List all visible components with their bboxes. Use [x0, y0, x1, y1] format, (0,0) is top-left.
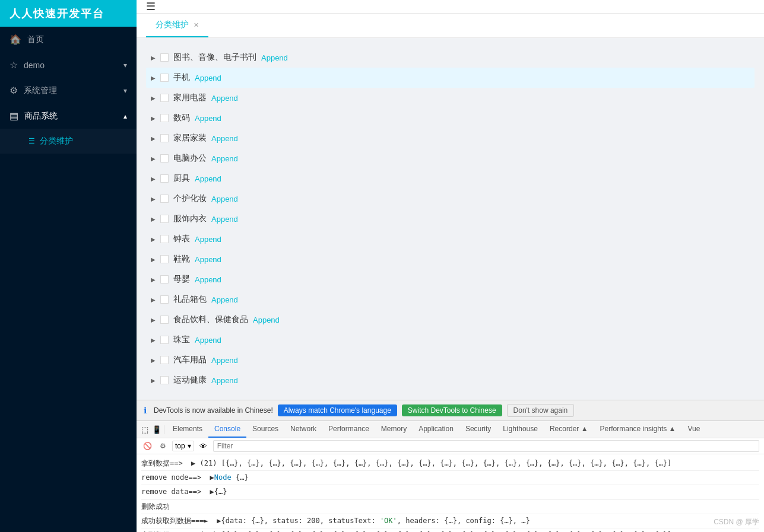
category-name: 厨具: [173, 173, 190, 184]
checkbox[interactable]: [160, 74, 169, 82]
tab-security[interactable]: Security: [459, 421, 497, 438]
expand-btn[interactable]: ▶: [148, 254, 158, 264]
context-selector[interactable]: top ▾: [172, 441, 194, 451]
append-link[interactable]: Append: [195, 275, 221, 284]
eye-btn[interactable]: 👁: [198, 440, 210, 452]
sidebar-item-goods[interactable]: ▤ 商品系统 ▴: [0, 103, 137, 129]
category-name: 鞋靴: [173, 254, 190, 265]
expand-btn[interactable]: ▶: [148, 174, 158, 183]
expand-btn[interactable]: ▶: [148, 275, 158, 284]
tab-network[interactable]: Network: [284, 421, 322, 438]
checkbox[interactable]: [160, 53, 169, 62]
append-link[interactable]: Append: [211, 94, 238, 103]
append-link[interactable]: Append: [253, 316, 280, 324]
notification-text: DevTools is now available in Chinese!: [154, 406, 273, 415]
category-item: ▶ 服饰内衣 Append: [146, 209, 755, 229]
checkbox[interactable]: [160, 255, 169, 263]
checkbox[interactable]: [160, 215, 169, 223]
checkbox[interactable]: [160, 376, 169, 384]
expand-btn[interactable]: ▶: [148, 194, 158, 203]
tab-close-btn[interactable]: ✕: [194, 21, 199, 29]
expand-btn[interactable]: ▶: [148, 355, 158, 365]
category-name: 服饰内衣: [173, 214, 207, 224]
sidebar-item-home[interactable]: 🏠 首页: [0, 27, 137, 52]
checkbox[interactable]: [160, 295, 169, 304]
checkbox[interactable]: [160, 154, 169, 163]
tab-vue[interactable]: Vue: [681, 421, 706, 438]
sidebar: 人人快速开发平台 🏠 首页 ☆ demo ▾ ⚙ 系统管理 ▾: [0, 0, 137, 532]
always-match-btn[interactable]: Always match Chrome's language: [278, 404, 397, 416]
expand-btn[interactable]: ▶: [148, 315, 158, 324]
append-link[interactable]: Append: [211, 376, 238, 385]
expand-btn[interactable]: ▶: [148, 93, 158, 103]
checkbox[interactable]: [160, 235, 169, 243]
tab-memory[interactable]: Memory: [375, 421, 413, 438]
expand-btn[interactable]: ▶: [148, 133, 158, 143]
category-list: ▶ 图书、音像、电子书刊 Append ▶ 手机 Append ▶ 家用电器 A…: [137, 38, 764, 400]
tab-performance-insights[interactable]: Performance insights ▲: [594, 421, 682, 438]
append-link[interactable]: Append: [195, 336, 221, 345]
sidebar-item-category[interactable]: ☰ 分类维护: [0, 129, 137, 154]
append-link[interactable]: Append: [211, 134, 238, 143]
checkbox[interactable]: [160, 316, 169, 324]
console-line: 成功获取到数据===► ▶{data: {…}, status: 200, st…: [141, 514, 759, 528]
expand-btn[interactable]: ▶: [148, 234, 158, 244]
expand-btn[interactable]: ▶: [148, 295, 158, 304]
top-label: top: [175, 442, 185, 450]
checkbox[interactable]: [160, 275, 169, 283]
append-link[interactable]: Append: [261, 53, 288, 62]
hamburger-btn[interactable]: ☰: [146, 0, 156, 13]
clear-console-btn[interactable]: 🚫: [141, 440, 153, 452]
checkbox[interactable]: [160, 174, 169, 183]
dont-show-again-btn[interactable]: Don't show again: [507, 404, 575, 417]
category-item: ▶ 厨具 Append: [146, 168, 755, 189]
append-link[interactable]: Append: [195, 255, 221, 264]
tab-recorder[interactable]: Recorder ▲: [544, 421, 594, 438]
checkbox[interactable]: [160, 356, 169, 364]
append-link[interactable]: Append: [195, 114, 221, 123]
append-link[interactable]: Append: [211, 195, 238, 203]
console-settings-btn[interactable]: ⚙: [157, 440, 169, 452]
sidebar-menu: 🏠 首页 ☆ demo ▾ ⚙ 系统管理 ▾ ▤ 商品系: [0, 27, 137, 532]
switch-devtools-btn[interactable]: Switch DevTools to Chinese: [402, 404, 502, 416]
expand-btn[interactable]: ▶: [148, 113, 158, 123]
append-link[interactable]: Append: [195, 235, 221, 244]
append-link[interactable]: Append: [195, 174, 221, 183]
checkbox[interactable]: [160, 134, 169, 142]
tab-console[interactable]: Console: [208, 421, 246, 438]
append-link[interactable]: Append: [211, 295, 238, 304]
sidebar-item-sysmanage[interactable]: ⚙ 系统管理 ▾: [0, 78, 137, 103]
device-icon[interactable]: 📱: [152, 425, 161, 434]
filter-input[interactable]: [213, 440, 759, 452]
append-link[interactable]: Append: [211, 154, 238, 163]
checkbox[interactable]: [160, 195, 169, 203]
append-link[interactable]: Append: [195, 74, 221, 82]
inspect-icon[interactable]: ⬚: [141, 425, 148, 434]
checkbox[interactable]: [160, 114, 169, 122]
sidebar-item-label: 商品系统: [24, 111, 123, 122]
tab-sources[interactable]: Sources: [246, 421, 284, 438]
expand-btn[interactable]: ▶: [148, 53, 158, 62]
append-link[interactable]: Append: [211, 356, 238, 365]
tab-category[interactable]: 分类维护 ✕: [146, 14, 208, 37]
console-text: 删除成功: [141, 502, 170, 511]
checkbox[interactable]: [160, 94, 169, 102]
category-item: ▶ 运动健康 Append: [146, 370, 755, 390]
category-item: ▶ 数码 Append: [146, 108, 755, 128]
tab-performance[interactable]: Performance: [322, 421, 375, 438]
tab-application[interactable]: Application: [413, 421, 459, 438]
expand-btn[interactable]: ▶: [148, 214, 158, 224]
category-name: 礼品箱包: [173, 294, 207, 305]
arrow-icon: ▾: [123, 61, 127, 69]
checkbox[interactable]: [160, 336, 169, 344]
tab-elements[interactable]: Elements: [167, 421, 208, 438]
append-link[interactable]: Append: [211, 215, 238, 224]
expand-btn[interactable]: ▶: [148, 154, 158, 163]
tab-lighthouse[interactable]: Lighthouse: [497, 421, 544, 438]
expand-btn[interactable]: ▶: [148, 335, 158, 345]
expand-btn[interactable]: ▶: [148, 375, 158, 385]
category-name: 个护化妆: [173, 193, 207, 204]
expand-btn[interactable]: ▶: [148, 73, 158, 82]
top-nav: ☰: [137, 0, 764, 14]
sidebar-item-demo[interactable]: ☆ demo ▾: [0, 52, 137, 78]
